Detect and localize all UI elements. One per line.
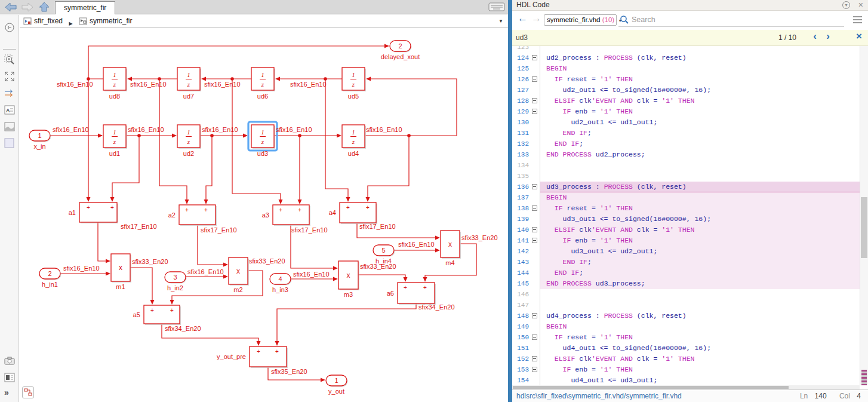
code-line-150[interactable]: 150 IF reset = '1' THEN — [512, 332, 868, 343]
wire-arrowhead-icon — [275, 77, 280, 81]
wire-arrowhead-icon — [172, 134, 177, 138]
viewmark-icon[interactable] — [4, 138, 15, 149]
signal-wire[interactable] — [206, 136, 212, 200]
code-line-146[interactable]: 146 — [512, 289, 868, 300]
code-text: IF enb = '1' THEN — [546, 106, 859, 117]
menu-icon[interactable] — [853, 16, 862, 23]
code-line-140[interactable]: 140 ELSIF clk'EVENT AND clk = '1' THEN — [512, 225, 868, 235]
code-line-135[interactable]: 135 — [512, 171, 868, 182]
code-line-139[interactable]: 139 ud3_out1 <= to_signed(16#0000#, 16); — [512, 214, 868, 225]
keyboard-icon[interactable] — [488, 2, 505, 11]
signal-wire[interactable] — [277, 303, 416, 342]
code-line-144[interactable]: 144 END IF; — [512, 268, 868, 278]
signal-wire[interactable] — [358, 275, 405, 278]
fold-toggle-icon[interactable] — [532, 367, 537, 372]
port-name: x_in — [33, 143, 45, 150]
breadcrumb-dropdown-icon[interactable]: ▼ — [498, 19, 503, 24]
code-line-131[interactable]: 131 END IF; — [512, 128, 868, 139]
up-icon[interactable] — [37, 2, 51, 13]
code-line-128[interactable]: 128 ELSIF clk'EVENT AND clk = '1' THEN — [512, 96, 868, 106]
code-forward-icon[interactable]: → — [531, 13, 541, 24]
signal-routing-icon[interactable] — [4, 88, 15, 99]
block-a4[interactable] — [340, 202, 376, 223]
expand-icon[interactable]: » — [4, 388, 15, 398]
code-line-145[interactable]: 145END PROCESS ud3_process; — [512, 278, 868, 289]
zoom-region-icon[interactable] — [4, 54, 15, 65]
code-line-126[interactable]: 126 IF reset = '1' THEN — [512, 74, 868, 85]
fit-view-icon[interactable] — [4, 71, 15, 82]
code-line-133[interactable]: 133END PROCESS ud2_process; — [512, 149, 868, 160]
multiplier-sign: x — [347, 271, 350, 280]
vertical-scrollbar[interactable] — [860, 46, 868, 385]
image-icon[interactable] — [4, 121, 15, 132]
code-back-icon[interactable]: ← — [518, 13, 528, 24]
annotation-icon[interactable]: A — [4, 105, 15, 115]
scrollbar-thumb[interactable] — [513, 386, 789, 389]
file-selector-dropdown[interactable]: symmetric_fir.vhd (10) ▼ — [544, 14, 617, 26]
code-line-142[interactable]: 142 ud3_out1 <= ud2_out1; — [512, 246, 868, 257]
fold-toggle-icon[interactable] — [532, 335, 537, 340]
tab-symmetric-fir[interactable]: symmetric_fir — [55, 1, 115, 14]
breadcrumb-item-symmetric-fir[interactable]: symmetric_fir — [79, 15, 132, 27]
panel-splitter[interactable] — [508, 0, 512, 402]
code-line-143[interactable]: 143 END IF; — [512, 257, 868, 268]
fold-toggle-icon[interactable] — [532, 205, 537, 211]
find-close-icon[interactable]: × — [856, 30, 862, 42]
pan-back-icon[interactable] — [4, 22, 15, 33]
search-input[interactable]: Search — [618, 13, 844, 27]
code-line-138[interactable]: 138 IF reset = '1' THEN — [512, 203, 868, 214]
scrollbar-thumb[interactable] — [861, 197, 867, 258]
diagram-canvas[interactable]: 1zud81zud71zud61zud51zud11zud21zud31zud4… — [20, 28, 508, 402]
hdl-toolbar: ← → symmetric_fir.vhd (10) ▼ Search — [512, 11, 868, 29]
horizontal-scrollbar[interactable] — [512, 385, 860, 389]
code-line-123[interactable]: 123 — [512, 46, 868, 53]
fold-toggle-icon[interactable] — [532, 313, 537, 318]
code-line-141[interactable]: 141 IF enb = '1' THEN — [512, 235, 868, 246]
code-line-134[interactable]: 134 — [512, 160, 868, 171]
code-line-151[interactable]: 151 ud4_out1 <= to_signed(16#0000#, 16); — [512, 343, 868, 354]
wire-arrowhead-icon — [110, 197, 115, 202]
fold-toggle-icon[interactable] — [532, 184, 537, 189]
block-y_out_pre[interactable] — [250, 346, 287, 367]
fold-toggle-icon[interactable] — [532, 109, 537, 114]
fold-toggle-icon[interactable] — [532, 76, 537, 82]
signal-wire[interactable] — [98, 222, 106, 261]
signal-wire[interactable] — [130, 268, 152, 300]
code-line-125[interactable]: 125BEGIN — [512, 63, 868, 74]
code-line-132[interactable]: 132 END IF; — [512, 139, 868, 149]
fold-toggle-icon[interactable] — [532, 98, 537, 103]
code-line-136[interactable]: 136ud3_process : PROCESS (clk, reset) — [512, 182, 868, 192]
code-line-129[interactable]: 129 IF enb = '1' THEN — [512, 106, 868, 117]
code-line-127[interactable]: 127 ud2_out1 <= to_signed(16#0000#, 16); — [512, 85, 868, 96]
delay-denominator: z — [261, 81, 264, 88]
find-next-icon[interactable]: › — [826, 30, 830, 42]
breadcrumb-item-sfir-fixed[interactable]: sfir_fixed — [23, 15, 63, 27]
signal-wire[interactable] — [88, 46, 385, 79]
code-editor[interactable]: 123124ud2_process : PROCESS (clk, reset)… — [512, 46, 868, 385]
block-name: ud6 — [257, 93, 268, 100]
capture-icon[interactable] — [4, 372, 15, 383]
panel-close-icon[interactable]: × — [858, 0, 863, 10]
code-line-152[interactable]: 152 ELSIF clk'EVENT AND clk = '1' THEN — [512, 354, 868, 364]
fold-toggle-icon[interactable] — [532, 238, 537, 243]
signal-wire[interactable] — [368, 136, 409, 198]
fold-toggle-icon[interactable] — [532, 227, 537, 232]
fold-toggle-icon[interactable] — [532, 356, 537, 361]
find-previous-icon[interactable]: ‹ — [813, 30, 817, 42]
code-line-147[interactable]: 147 — [512, 300, 868, 311]
code-line-148[interactable]: 148ud4_process : PROCESS (clk, reset) — [512, 311, 868, 321]
camera-icon[interactable] — [4, 355, 15, 366]
panel-options-icon[interactable]: ▾ — [842, 1, 850, 9]
code-line-149[interactable]: 149BEGIN — [512, 321, 868, 332]
code-line-130[interactable]: 130 ud2_out1 <= ud1_out1; — [512, 117, 868, 128]
port-number: 1 — [38, 132, 41, 139]
code-line-153[interactable]: 153 IF enb = '1' THEN — [512, 364, 868, 375]
code-line-137[interactable]: 137BEGIN — [512, 192, 868, 203]
code-line-154[interactable]: 154 ud4_out1 <= ud3_out1; — [512, 375, 868, 385]
forward-icon[interactable] — [20, 2, 35, 13]
block-a5[interactable] — [144, 305, 180, 324]
overview-badge-icon[interactable] — [22, 386, 34, 398]
fold-toggle-icon[interactable] — [532, 55, 537, 60]
back-icon[interactable] — [4, 2, 18, 13]
code-line-124[interactable]: 124ud2_process : PROCESS (clk, reset) — [512, 53, 868, 63]
